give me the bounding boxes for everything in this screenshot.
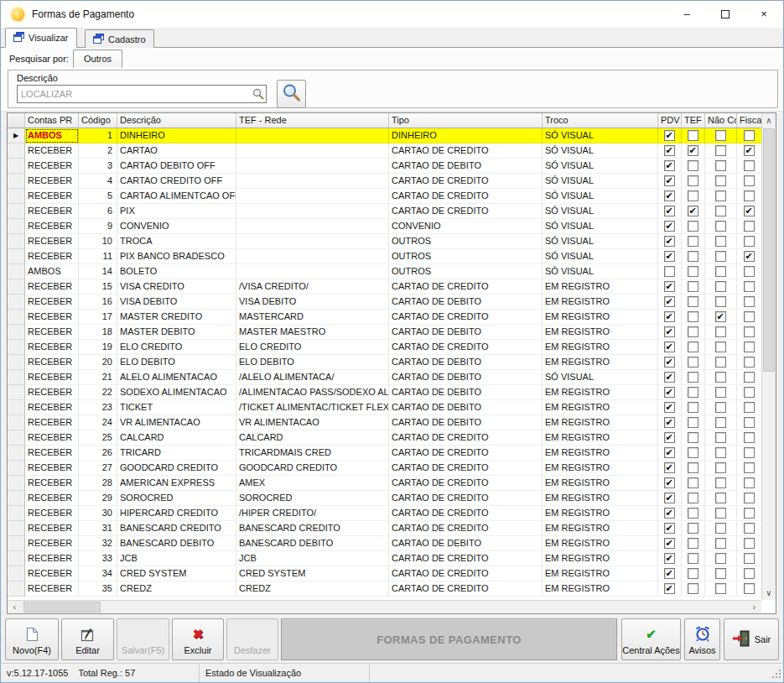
checkbox-pdv[interactable]	[664, 402, 675, 413]
checkbox-nao-cobra[interactable]	[715, 145, 726, 156]
cell-tef-rede[interactable]	[236, 249, 389, 264]
checkbox-pdv[interactable]	[664, 477, 675, 488]
cell-tipo[interactable]: CARTAO DE CREDITO	[389, 310, 543, 325]
cell-codigo[interactable]: 16	[79, 295, 117, 310]
checkbox-fiscal[interactable]	[744, 447, 755, 458]
cell-tipo[interactable]: CARTAO DE CREDITO	[389, 174, 543, 189]
cell-troco[interactable]: EM REGISTRO	[543, 566, 658, 581]
cell-tef-rede[interactable]: /HIPER CREDITO/	[236, 506, 389, 521]
cell-contas[interactable]: RECEBER	[25, 355, 79, 370]
checkbox-nao-cobra[interactable]	[715, 432, 726, 443]
table-row[interactable]: RECEBER23TICKET/TICKET ALIMENTAC/TICKET …	[8, 400, 761, 415]
checkbox-pdv[interactable]	[664, 221, 675, 232]
cell-tef-rede[interactable]: TRICARDMAIS CRED	[236, 446, 389, 461]
checkbox-nao-cobra[interactable]	[715, 175, 726, 186]
column-header[interactable]: TEF - Rede	[236, 113, 389, 128]
checkbox-nao-cobra[interactable]	[715, 342, 726, 352]
cell-tipo[interactable]: CARTAO DE CREDITO	[389, 566, 543, 581]
checkbox-nao-cobra[interactable]	[715, 387, 726, 398]
cell-tipo[interactable]: OUTROS	[389, 249, 543, 264]
cell-contas[interactable]: RECEBER	[25, 536, 79, 551]
save-button[interactable]: Salvar(F5)	[117, 618, 169, 660]
cell-troco[interactable]: EM REGISTRO	[543, 385, 658, 400]
cell-troco[interactable]: EM REGISTRO	[543, 446, 658, 461]
checkbox-pdv[interactable]	[664, 236, 675, 247]
checkbox-pdv[interactable]	[664, 568, 675, 579]
checkbox-fiscal[interactable]	[744, 175, 755, 186]
table-row[interactable]: RECEBER16VISA DEBITOVISA DEBITOCARTAO DE…	[8, 295, 761, 310]
cell-descricao[interactable]: CARTAO CREDITO OFF	[117, 174, 236, 189]
cell-descricao[interactable]: SOROCRED	[117, 491, 236, 506]
cell-descricao[interactable]: ELO DEBITO	[117, 355, 236, 370]
cell-tipo[interactable]: CARTAO DE CREDITO	[389, 340, 543, 355]
checkbox-nao-cobra[interactable]	[715, 266, 726, 277]
table-row[interactable]: RECEBER18MASTER DEBITOMASTER MAESTROCART…	[8, 325, 761, 340]
cell-troco[interactable]: SÓ VISUAL	[543, 128, 658, 143]
cell-descricao[interactable]: VISA DEBITO	[117, 295, 236, 310]
input-magnifier-icon[interactable]	[252, 87, 265, 101]
cell-troco[interactable]: EM REGISTRO	[543, 506, 658, 521]
cell-troco[interactable]: SÓ VISUAL	[543, 264, 658, 279]
cell-troco[interactable]: EM REGISTRO	[543, 536, 658, 551]
checkbox-nao-cobra[interactable]	[715, 372, 726, 383]
column-header[interactable]: Descrição	[117, 113, 236, 128]
checkbox-pdv[interactable]	[664, 432, 675, 443]
cell-codigo[interactable]: 15	[79, 279, 117, 295]
checkbox-nao-cobra[interactable]	[715, 583, 726, 594]
cell-troco[interactable]: EM REGISTRO	[543, 476, 658, 491]
cell-contas[interactable]: RECEBER	[25, 174, 79, 189]
table-row[interactable]: RECEBER11PIX BANCO BRADESCOOUTROSSÓ VISU…	[8, 249, 761, 264]
cell-tef-rede[interactable]: VR ALIMENTACAO	[236, 415, 389, 430]
column-header[interactable]: Contas PR	[25, 113, 79, 128]
close-button[interactable]: ×	[745, 1, 783, 27]
column-header[interactable]: Fiscal	[737, 113, 761, 128]
cell-contas[interactable]: RECEBER	[25, 551, 79, 566]
checkbox-fiscal[interactable]	[744, 387, 755, 398]
cell-descricao[interactable]: ELO CREDITO	[117, 340, 236, 355]
column-header[interactable]: Código	[79, 113, 117, 128]
edit-button[interactable]: Editar	[61, 618, 114, 660]
tab-visualizar[interactable]: Visualizar	[5, 28, 77, 48]
checkbox-fiscal[interactable]	[744, 462, 755, 473]
table-row[interactable]: RECEBER15VISA CREDITO/VISA CREDITO/CARTA…	[8, 279, 761, 295]
cell-contas[interactable]: RECEBER	[25, 143, 79, 159]
checkbox-pdv[interactable]	[664, 175, 675, 186]
cell-descricao[interactable]: HIPERCARD CREDITO	[117, 506, 236, 521]
cell-troco[interactable]: SÓ VISUAL	[543, 234, 658, 249]
column-header[interactable]: Troco	[543, 113, 658, 128]
cell-troco[interactable]: SÓ VISUAL	[543, 159, 658, 174]
cell-contas[interactable]: RECEBER	[25, 506, 79, 521]
cell-descricao[interactable]: DINHEIRO	[117, 128, 236, 143]
checkbox-tef[interactable]	[688, 432, 698, 443]
checkbox-pdv[interactable]	[664, 311, 675, 322]
cell-codigo[interactable]: 34	[79, 566, 117, 581]
cell-tef-rede[interactable]: ELO CREDITO	[236, 340, 389, 355]
checkbox-pdv[interactable]	[664, 493, 675, 503]
checkbox-tef[interactable]	[688, 221, 698, 232]
table-row[interactable]: RECEBER25CALCARDCALCARDCARTAO DE CREDITO…	[8, 430, 761, 446]
checkbox-fiscal[interactable]	[744, 206, 755, 216]
column-header[interactable]: Não Co	[705, 113, 737, 128]
cell-codigo[interactable]: 2	[79, 143, 117, 159]
checkbox-nao-cobra[interactable]	[715, 311, 726, 322]
cell-troco[interactable]: EM REGISTRO	[543, 461, 658, 476]
checkbox-pdv[interactable]	[664, 508, 675, 519]
checkbox-pdv[interactable]	[664, 281, 675, 292]
table-row[interactable]: RECEBER33JCBJCBCARTAO DE CREDITOEM REGIS…	[8, 551, 761, 566]
cell-troco[interactable]: SÓ VISUAL	[543, 219, 658, 234]
cell-contas[interactable]: RECEBER	[25, 385, 79, 400]
cell-codigo[interactable]: 25	[79, 430, 117, 446]
checkbox-fiscal[interactable]	[744, 432, 755, 443]
cell-troco[interactable]: SÓ VISUAL	[543, 189, 658, 204]
checkbox-fiscal[interactable]	[744, 221, 755, 232]
cell-codigo[interactable]: 29	[79, 491, 117, 506]
cell-tef-rede[interactable]: VISA DEBITO	[236, 295, 389, 310]
cell-troco[interactable]: EM REGISTRO	[543, 340, 658, 355]
cell-codigo[interactable]: 11	[79, 249, 117, 264]
cell-tef-rede[interactable]: /ALIMENTACAO PASS/SODEXO ALIMEN	[236, 385, 389, 400]
tab-cadastro[interactable]: Cadastro	[85, 29, 154, 48]
cell-codigo[interactable]: 3	[79, 159, 117, 174]
cell-tipo[interactable]: CARTAO DE DEBITO	[389, 370, 543, 385]
checkbox-fiscal[interactable]	[744, 281, 755, 292]
table-row[interactable]: RECEBER27GOODCARD CREDITOGOODCARD CREDIT…	[8, 461, 761, 476]
